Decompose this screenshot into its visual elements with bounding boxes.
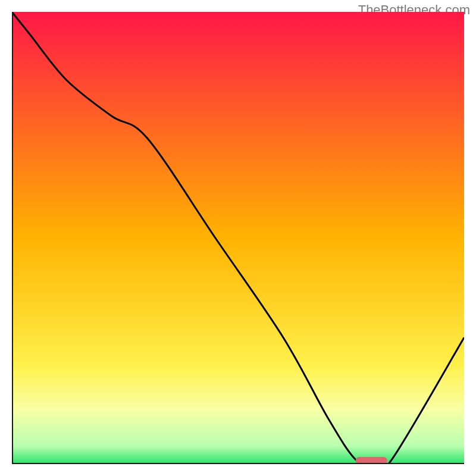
chart-svg (12, 12, 464, 464)
chart-plot-area (12, 12, 464, 464)
chart-gradient-bg (12, 12, 464, 464)
chart-container: TheBottleneck.com (0, 0, 476, 476)
